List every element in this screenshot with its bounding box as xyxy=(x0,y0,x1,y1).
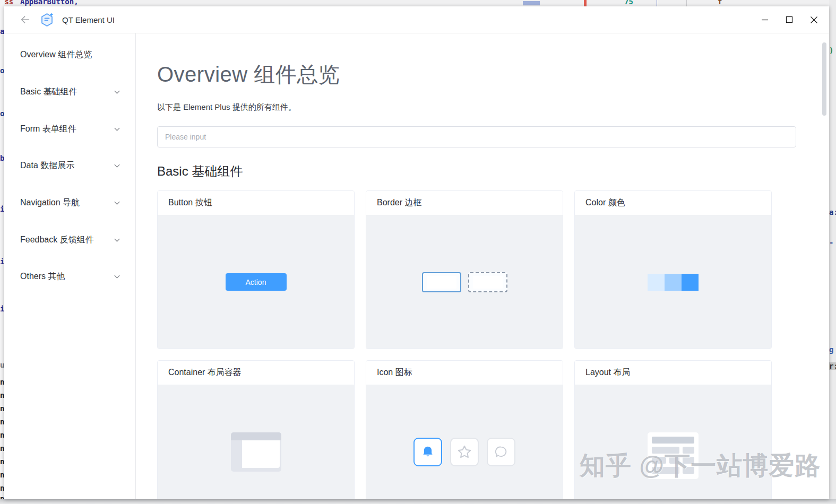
ide-top-strip: assAppBarButton,75f xyxy=(0,0,836,6)
ide-code-fragment: g xyxy=(829,346,833,353)
watermark: 知乎 @下一站博爱路 xyxy=(580,449,821,483)
icon-demo xyxy=(413,438,515,466)
sidebar-item-label: Overview 组件总览 xyxy=(20,49,92,60)
solid-border-box xyxy=(422,272,461,292)
titlebar: QT Element UI xyxy=(4,6,829,33)
chevron-down-icon xyxy=(114,162,120,169)
sidebar-item-others[interactable]: Others 其他 xyxy=(4,258,135,296)
ide-artifact-blue-line xyxy=(657,0,657,6)
container-demo-header xyxy=(231,432,281,440)
ide-code-fragment: nt xyxy=(0,405,4,412)
sidebar-item-data[interactable]: Data 数据展示 xyxy=(4,147,135,185)
star-icon xyxy=(456,444,473,460)
ide-right-strip: )a:-gr: xyxy=(829,0,836,504)
container-demo-main xyxy=(242,440,280,468)
app-window: QT Element UI Overview 组件总览 Basi xyxy=(4,6,829,499)
back-arrow-icon xyxy=(19,14,31,25)
card-body xyxy=(575,215,771,349)
ide-code-fragment: nt xyxy=(0,484,4,492)
border-box-inner xyxy=(427,276,456,289)
search-input[interactable] xyxy=(157,126,796,147)
minimize-icon xyxy=(761,16,769,23)
card-title: Layout 布局 xyxy=(575,361,771,385)
back-button[interactable] xyxy=(18,13,32,27)
dashed-border-box xyxy=(468,272,507,292)
card-body xyxy=(366,215,563,349)
ide-code-fragment: - xyxy=(829,239,833,246)
ide-code-fragment: r: xyxy=(829,362,836,370)
app-logo-icon xyxy=(40,13,54,27)
border-box-inner xyxy=(473,276,503,289)
sidebar-item-label: Feedback 反馈组件 xyxy=(20,234,94,246)
ide-code-fragment: nt xyxy=(0,418,4,425)
chevron-down-icon xyxy=(114,126,120,133)
card-body xyxy=(158,385,354,499)
action-button[interactable]: Action xyxy=(226,273,287,291)
sidebar-item-form[interactable]: Form 表单组件 xyxy=(4,110,135,147)
container-demo xyxy=(231,432,281,472)
ide-code-fragment: u xyxy=(0,361,4,369)
maximize-button[interactable] xyxy=(777,7,801,32)
ide-code-fragment: nt xyxy=(0,471,4,479)
ide-code-fragment: nt xyxy=(0,458,4,465)
card-border[interactable]: Border 边框 xyxy=(366,190,563,349)
sidebar-item-label: Others 其他 xyxy=(20,271,65,282)
chat-bubble-icon-box[interactable] xyxy=(487,438,515,466)
ide-code-fragment: nt xyxy=(0,392,4,399)
sidebar-item-basic[interactable]: Basic 基础组件 xyxy=(4,74,135,111)
star-icon-box[interactable] xyxy=(450,438,479,466)
sidebar-item-label: Form 表单组件 xyxy=(20,124,76,135)
card-body xyxy=(366,385,563,499)
ide-artifact-red-bar xyxy=(584,0,587,6)
page-subtitle: 以下是 Element Plus 提供的所有组件。 xyxy=(157,102,796,112)
sidebar-item-overview[interactable]: Overview 组件总览 xyxy=(4,37,135,74)
app-title: QT Element UI xyxy=(62,15,115,24)
chevron-down-icon xyxy=(114,273,120,280)
sidebar: Overview 组件总览 Basic 基础组件 Form 表单组件 Data … xyxy=(4,33,136,499)
sidebar-item-label: Navigation 导航 xyxy=(20,197,80,208)
maximize-icon xyxy=(786,16,793,23)
sidebar-item-navigation[interactable]: Navigation 导航 xyxy=(4,185,135,222)
chat-bubble-icon xyxy=(493,444,509,460)
ide-code-fragment: oT xyxy=(0,67,4,74)
ide-code-fragment: oT xyxy=(0,110,4,117)
minimize-button[interactable] xyxy=(753,7,777,32)
ide-code-fragment: i xyxy=(0,258,4,265)
layout-demo-header xyxy=(652,437,694,444)
ide-left-strip: a:oToTbiii:untntntntntntntntntnt xyxy=(0,0,4,504)
ide-code-fragment: AppBarButton, xyxy=(20,0,79,5)
card-title: Button 按钮 xyxy=(158,191,354,215)
ide-code-fragment: ) xyxy=(829,47,833,54)
card-color[interactable]: Color 颜色 xyxy=(574,190,772,349)
screen: assAppBarButton,75f a:oToTbiii:untntntnt… xyxy=(0,0,836,504)
color-swatch-primary xyxy=(682,274,699,291)
ide-code-fragment: 75 xyxy=(624,0,633,5)
search-wrap xyxy=(157,126,796,147)
close-button[interactable] xyxy=(801,7,826,32)
bell-icon xyxy=(420,445,435,459)
color-swatch-light xyxy=(665,274,682,291)
color-demo xyxy=(648,274,699,291)
main-content: Overview 组件总览 以下是 Element Plus 提供的所有组件。 … xyxy=(136,33,829,499)
card-icon[interactable]: Icon 图标 xyxy=(366,360,563,499)
card-body: Action xyxy=(158,215,354,349)
color-swatch-lighter xyxy=(648,274,665,291)
window-controls xyxy=(753,6,826,33)
card-button[interactable]: Button 按钮 Action xyxy=(157,190,355,349)
ide-code-fragment: nt xyxy=(0,431,4,439)
ide-code-fragment: f xyxy=(718,0,722,5)
ide-code-fragment: i: xyxy=(0,305,4,312)
card-container[interactable]: Container 布局容器 xyxy=(157,360,355,499)
scrollbar-thumb[interactable] xyxy=(822,42,826,116)
ide-code-fragment: nt xyxy=(0,445,4,452)
card-title: Color 颜色 xyxy=(575,191,771,215)
sidebar-item-label: Data 数据展示 xyxy=(20,160,74,171)
sidebar-item-feedback[interactable]: Feedback 反馈组件 xyxy=(4,221,135,258)
chevron-down-icon xyxy=(114,237,120,244)
card-title: Container 布局容器 xyxy=(158,361,354,385)
chevron-down-icon xyxy=(114,199,120,206)
ide-code-fragment: a: xyxy=(0,28,4,35)
ide-code-fragment: b xyxy=(0,154,4,162)
ide-code-fragment: a: xyxy=(829,208,836,216)
bell-icon-box[interactable] xyxy=(413,438,442,466)
